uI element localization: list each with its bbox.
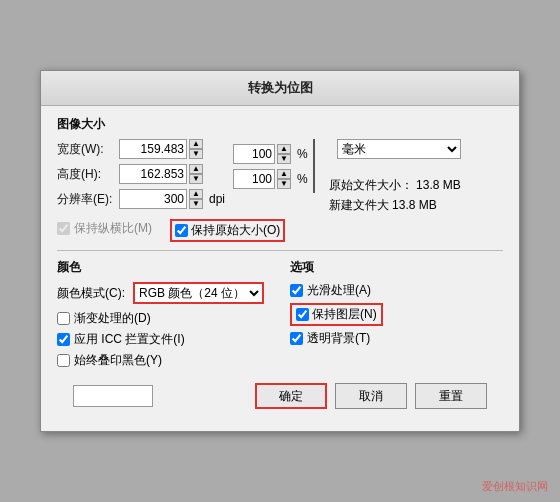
halftone-row: 渐变处理的(D) [57, 310, 270, 327]
transparent-bg-checkbox[interactable] [290, 332, 303, 345]
apply-icc-row: 应用 ICC 拦置文件(I) [57, 331, 270, 348]
maintain-ratio-row: 保持纵横比(M) [57, 219, 152, 238]
halftone-checkbox[interactable] [57, 312, 70, 325]
dpi-label: dpi [209, 192, 225, 206]
section-color-title: 颜色 [57, 259, 270, 276]
width-spinner[interactable]: ▲ ▼ [189, 139, 203, 159]
height-pct-spin-up[interactable]: ▲ [277, 169, 291, 179]
height-spin-down[interactable]: ▼ [189, 174, 203, 184]
height-pct-spinner[interactable]: ▲ ▼ [277, 169, 291, 189]
height-spinner[interactable]: ▲ ▼ [189, 164, 203, 184]
new-file-value: 13.8 MB [392, 198, 437, 212]
maintain-original-row: 保持原始大小(O) [170, 219, 285, 242]
bottom-input[interactable] [73, 385, 153, 407]
unit-select[interactable]: 毫米 厘米 英寸 像素 [337, 139, 461, 159]
apply-icc-label: 应用 ICC 拦置文件(I) [74, 331, 185, 348]
width-pct-input[interactable] [233, 144, 275, 164]
always-ink-row: 始终叠印黑色(Y) [57, 352, 270, 369]
width-pct-spinner[interactable]: ▲ ▼ [277, 144, 291, 164]
anti-alias-label: 光滑处理(A) [307, 282, 371, 299]
watermark: 爱创根知识网 [482, 479, 548, 494]
always-ink-checkbox[interactable] [57, 354, 70, 367]
resolution-label: 分辨率(E): [57, 191, 119, 208]
maintain-ratio-checkbox[interactable] [57, 222, 70, 235]
dialog-convert-bitmap: 转换为位图 图像大小 宽度(W): ▲ ▼ [40, 70, 520, 432]
anti-alias-checkbox[interactable] [290, 284, 303, 297]
dialog-title: 转换为位图 [41, 71, 519, 106]
maintain-original-checkbox[interactable] [175, 224, 188, 237]
pct-symbol-1: % [297, 147, 308, 161]
width-input[interactable] [119, 139, 187, 159]
color-mode-label: 颜色模式(C): [57, 285, 125, 302]
transparent-bg-label: 透明背景(T) [307, 330, 370, 347]
always-ink-label: 始终叠印黑色(Y) [74, 352, 162, 369]
maintain-ratio-label: 保持纵横比(M) [74, 220, 152, 237]
section-image-size-title: 图像大小 [57, 116, 503, 133]
height-spin-up[interactable]: ▲ [189, 164, 203, 174]
width-spin-up[interactable]: ▲ [189, 139, 203, 149]
ok-button[interactable]: 确定 [255, 383, 327, 409]
section-options-title: 选项 [290, 259, 503, 276]
anti-alias-row: 光滑处理(A) [290, 282, 503, 299]
height-pct-spin-down[interactable]: ▼ [277, 179, 291, 189]
maintain-original-label: 保持原始大小(O) [191, 222, 280, 239]
height-pct-input[interactable] [233, 169, 275, 189]
width-label: 宽度(W): [57, 141, 119, 158]
pct-symbol-2: % [297, 172, 308, 186]
original-file-label: 原始文件大小： [329, 178, 413, 192]
resolution-spinner[interactable]: ▲ ▼ [189, 189, 203, 209]
width-pct-spin-up[interactable]: ▲ [277, 144, 291, 154]
height-label: 高度(H): [57, 166, 119, 183]
keep-layers-label: 保持图层(N) [312, 306, 377, 323]
width-spin-down[interactable]: ▼ [189, 149, 203, 159]
keep-layers-checkbox[interactable] [296, 308, 309, 321]
halftone-label: 渐变处理的(D) [74, 310, 151, 327]
width-pct-spin-down[interactable]: ▼ [277, 154, 291, 164]
resolution-input[interactable] [119, 189, 187, 209]
original-file-value: 13.8 MB [416, 178, 461, 192]
height-input[interactable] [119, 164, 187, 184]
cancel-button[interactable]: 取消 [335, 383, 407, 409]
resolution-spin-down[interactable]: ▼ [189, 199, 203, 209]
apply-icc-checkbox[interactable] [57, 333, 70, 346]
color-mode-select[interactable]: RGB 颜色（24 位） 灰度（8 位） 黑白（1 位） [133, 282, 264, 304]
transparent-bg-row: 透明背景(T) [290, 330, 503, 347]
keep-layers-row: 保持图层(N) [290, 303, 383, 326]
resolution-spin-up[interactable]: ▲ [189, 189, 203, 199]
reset-button[interactable]: 重置 [415, 383, 487, 409]
new-file-label: 新建文件大 [329, 198, 389, 212]
